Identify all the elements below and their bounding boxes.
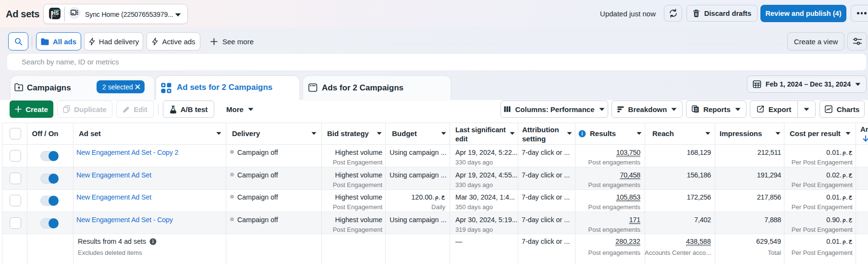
svg-text:HS: HS [52, 11, 59, 16]
